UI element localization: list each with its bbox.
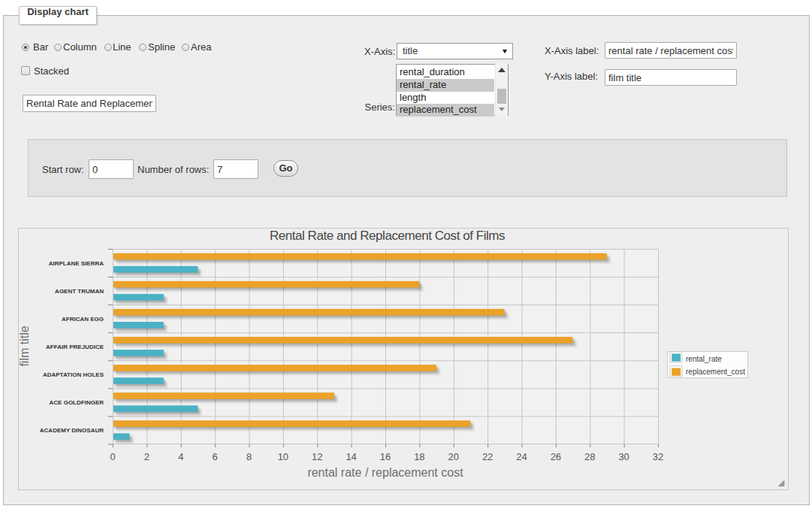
svg-text:AGENT TRUMAN: AGENT TRUMAN xyxy=(55,288,104,295)
svg-text:rental rate / replacement cost: rental rate / replacement cost xyxy=(307,466,463,479)
svg-text:0: 0 xyxy=(110,451,115,462)
svg-text:ACE GOLDFINGER: ACE GOLDFINGER xyxy=(50,399,104,406)
svg-text:2: 2 xyxy=(144,451,149,462)
svg-text:16: 16 xyxy=(380,451,391,462)
svg-text:30: 30 xyxy=(618,451,629,462)
svg-text:22: 22 xyxy=(482,451,493,462)
svg-text:4: 4 xyxy=(178,451,183,462)
svg-text:26: 26 xyxy=(551,451,561,462)
svg-text:14: 14 xyxy=(346,451,356,462)
svg-text:6: 6 xyxy=(213,451,218,462)
svg-text:replacement_cost: replacement_cost xyxy=(686,368,745,376)
svg-text:ADAPTATION HOLES: ADAPTATION HOLES xyxy=(43,371,104,378)
svg-text:film title: film title xyxy=(18,326,31,366)
svg-text:AIRPLANE SIERRA: AIRPLANE SIERRA xyxy=(49,260,104,267)
svg-text:AFRICAN EGG: AFRICAN EGG xyxy=(62,316,104,323)
svg-text:ACADEMY DINOSAUR: ACADEMY DINOSAUR xyxy=(40,427,104,434)
svg-text:AFFAIR PREJUDICE: AFFAIR PREJUDICE xyxy=(46,344,104,350)
svg-text:24: 24 xyxy=(516,451,527,462)
svg-text:10: 10 xyxy=(278,451,288,462)
svg-text:28: 28 xyxy=(584,451,595,462)
svg-text:rental_rate: rental_rate xyxy=(686,355,722,363)
svg-text:8: 8 xyxy=(246,451,252,462)
svg-text:18: 18 xyxy=(414,451,424,462)
svg-text:20: 20 xyxy=(448,451,459,462)
svg-text:Rental Rate and Replacement Co: Rental Rate and Replacement Cost of Film… xyxy=(270,229,505,243)
svg-text:32: 32 xyxy=(653,451,663,462)
svg-text:12: 12 xyxy=(312,451,322,462)
